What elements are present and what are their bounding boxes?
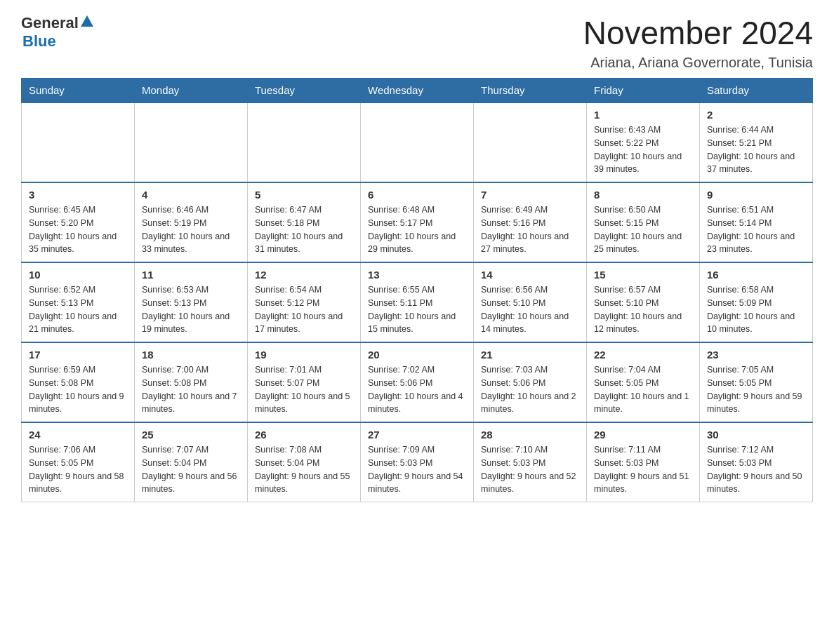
week-row-4: 17Sunrise: 6:59 AM Sunset: 5:08 PM Dayli… xyxy=(22,342,813,422)
day-info: Sunrise: 6:50 AM Sunset: 5:15 PM Dayligh… xyxy=(594,203,692,256)
logo-general-text: General xyxy=(21,14,79,32)
day-info: Sunrise: 6:48 AM Sunset: 5:17 PM Dayligh… xyxy=(368,203,466,256)
cell-week1-day5 xyxy=(474,102,587,182)
cell-week4-day6: 22Sunrise: 7:04 AM Sunset: 5:05 PM Dayli… xyxy=(587,342,700,422)
day-number: 9 xyxy=(707,189,805,201)
logo-line1: General xyxy=(21,14,93,32)
logo-blue-text: Blue xyxy=(22,32,56,51)
day-number: 23 xyxy=(707,349,805,361)
day-info: Sunrise: 7:01 AM Sunset: 5:07 PM Dayligh… xyxy=(255,363,353,416)
cell-week1-day6: 1Sunrise: 6:43 AM Sunset: 5:22 PM Daylig… xyxy=(587,102,700,182)
day-info: Sunrise: 6:59 AM Sunset: 5:08 PM Dayligh… xyxy=(29,363,127,416)
cell-week2-day1: 3Sunrise: 6:45 AM Sunset: 5:20 PM Daylig… xyxy=(22,182,135,262)
day-info: Sunrise: 6:43 AM Sunset: 5:22 PM Dayligh… xyxy=(594,123,692,176)
cell-week5-day3: 26Sunrise: 7:08 AM Sunset: 5:04 PM Dayli… xyxy=(248,422,361,502)
col-monday: Monday xyxy=(135,79,248,103)
col-sunday: Sunday xyxy=(22,79,135,103)
day-number: 13 xyxy=(368,269,466,281)
day-info: Sunrise: 6:49 AM Sunset: 5:16 PM Dayligh… xyxy=(481,203,579,256)
col-wednesday: Wednesday xyxy=(361,79,474,103)
day-number: 11 xyxy=(142,269,240,281)
day-number: 1 xyxy=(594,109,692,121)
cell-week3-day7: 16Sunrise: 6:58 AM Sunset: 5:09 PM Dayli… xyxy=(700,262,813,342)
day-number: 16 xyxy=(707,269,805,281)
logo: General Blue xyxy=(21,14,93,51)
day-number: 10 xyxy=(29,269,127,281)
day-info: Sunrise: 7:08 AM Sunset: 5:04 PM Dayligh… xyxy=(255,443,353,496)
day-number: 27 xyxy=(368,429,466,441)
cell-week5-day2: 25Sunrise: 7:07 AM Sunset: 5:04 PM Dayli… xyxy=(135,422,248,502)
day-info: Sunrise: 7:00 AM Sunset: 5:08 PM Dayligh… xyxy=(142,363,240,416)
cell-week4-day2: 18Sunrise: 7:00 AM Sunset: 5:08 PM Dayli… xyxy=(135,342,248,422)
title-section: November 2024 Ariana, Ariana Governorate… xyxy=(583,14,813,71)
cell-week2-day4: 6Sunrise: 6:48 AM Sunset: 5:17 PM Daylig… xyxy=(361,182,474,262)
day-info: Sunrise: 7:09 AM Sunset: 5:03 PM Dayligh… xyxy=(368,443,466,496)
main-title: November 2024 xyxy=(583,14,813,52)
cell-week5-day1: 24Sunrise: 7:06 AM Sunset: 5:05 PM Dayli… xyxy=(22,422,135,502)
day-info: Sunrise: 7:10 AM Sunset: 5:03 PM Dayligh… xyxy=(481,443,579,496)
cell-week5-day6: 29Sunrise: 7:11 AM Sunset: 5:03 PM Dayli… xyxy=(587,422,700,502)
cell-week2-day6: 8Sunrise: 6:50 AM Sunset: 5:15 PM Daylig… xyxy=(587,182,700,262)
day-info: Sunrise: 7:05 AM Sunset: 5:05 PM Dayligh… xyxy=(707,363,805,416)
day-number: 29 xyxy=(594,429,692,441)
week-row-2: 3Sunrise: 6:45 AM Sunset: 5:20 PM Daylig… xyxy=(22,182,813,262)
day-info: Sunrise: 6:51 AM Sunset: 5:14 PM Dayligh… xyxy=(707,203,805,256)
day-number: 17 xyxy=(29,349,127,361)
day-number: 20 xyxy=(368,349,466,361)
cell-week3-day2: 11Sunrise: 6:53 AM Sunset: 5:13 PM Dayli… xyxy=(135,262,248,342)
day-number: 28 xyxy=(481,429,579,441)
day-number: 12 xyxy=(255,269,353,281)
day-info: Sunrise: 6:57 AM Sunset: 5:10 PM Dayligh… xyxy=(594,283,692,336)
col-thursday: Thursday xyxy=(474,79,587,103)
day-number: 25 xyxy=(142,429,240,441)
day-number: 30 xyxy=(707,429,805,441)
day-info: Sunrise: 6:52 AM Sunset: 5:13 PM Dayligh… xyxy=(29,283,127,336)
cell-week3-day3: 12Sunrise: 6:54 AM Sunset: 5:12 PM Dayli… xyxy=(248,262,361,342)
cell-week1-day1 xyxy=(22,102,135,182)
col-saturday: Saturday xyxy=(700,79,813,103)
day-number: 8 xyxy=(594,189,692,201)
day-number: 14 xyxy=(481,269,579,281)
cell-week2-day7: 9Sunrise: 6:51 AM Sunset: 5:14 PM Daylig… xyxy=(700,182,813,262)
page-header: General Blue November 2024 Ariana, Arian… xyxy=(21,14,813,71)
col-tuesday: Tuesday xyxy=(248,79,361,103)
cell-week4-day5: 21Sunrise: 7:03 AM Sunset: 5:06 PM Dayli… xyxy=(474,342,587,422)
day-number: 18 xyxy=(142,349,240,361)
cell-week3-day6: 15Sunrise: 6:57 AM Sunset: 5:10 PM Dayli… xyxy=(587,262,700,342)
day-number: 4 xyxy=(142,189,240,201)
day-info: Sunrise: 7:07 AM Sunset: 5:04 PM Dayligh… xyxy=(142,443,240,496)
day-number: 26 xyxy=(255,429,353,441)
day-number: 22 xyxy=(594,349,692,361)
day-info: Sunrise: 7:03 AM Sunset: 5:06 PM Dayligh… xyxy=(481,363,579,416)
day-info: Sunrise: 7:02 AM Sunset: 5:06 PM Dayligh… xyxy=(368,363,466,416)
day-number: 6 xyxy=(368,189,466,201)
cell-week3-day5: 14Sunrise: 6:56 AM Sunset: 5:10 PM Dayli… xyxy=(474,262,587,342)
day-info: Sunrise: 6:47 AM Sunset: 5:18 PM Dayligh… xyxy=(255,203,353,256)
cell-week3-day4: 13Sunrise: 6:55 AM Sunset: 5:11 PM Dayli… xyxy=(361,262,474,342)
calendar-header: Sunday Monday Tuesday Wednesday Thursday… xyxy=(22,79,813,103)
day-info: Sunrise: 6:56 AM Sunset: 5:10 PM Dayligh… xyxy=(481,283,579,336)
cell-week5-day7: 30Sunrise: 7:12 AM Sunset: 5:03 PM Dayli… xyxy=(700,422,813,502)
day-info: Sunrise: 7:12 AM Sunset: 5:03 PM Dayligh… xyxy=(707,443,805,496)
day-number: 3 xyxy=(29,189,127,201)
day-info: Sunrise: 7:04 AM Sunset: 5:05 PM Dayligh… xyxy=(594,363,692,416)
calendar-body: 1Sunrise: 6:43 AM Sunset: 5:22 PM Daylig… xyxy=(22,102,813,502)
cell-week5-day4: 27Sunrise: 7:09 AM Sunset: 5:03 PM Dayli… xyxy=(361,422,474,502)
day-number: 7 xyxy=(481,189,579,201)
day-number: 15 xyxy=(594,269,692,281)
header-row: Sunday Monday Tuesday Wednesday Thursday… xyxy=(22,79,813,103)
week-row-1: 1Sunrise: 6:43 AM Sunset: 5:22 PM Daylig… xyxy=(22,102,813,182)
day-info: Sunrise: 6:45 AM Sunset: 5:20 PM Dayligh… xyxy=(29,203,127,256)
week-row-3: 10Sunrise: 6:52 AM Sunset: 5:13 PM Dayli… xyxy=(22,262,813,342)
day-number: 21 xyxy=(481,349,579,361)
cell-week3-day1: 10Sunrise: 6:52 AM Sunset: 5:13 PM Dayli… xyxy=(22,262,135,342)
cell-week2-day5: 7Sunrise: 6:49 AM Sunset: 5:16 PM Daylig… xyxy=(474,182,587,262)
week-row-5: 24Sunrise: 7:06 AM Sunset: 5:05 PM Dayli… xyxy=(22,422,813,502)
day-info: Sunrise: 6:55 AM Sunset: 5:11 PM Dayligh… xyxy=(368,283,466,336)
cell-week1-day3 xyxy=(248,102,361,182)
cell-week1-day4 xyxy=(361,102,474,182)
day-number: 2 xyxy=(707,109,805,121)
calendar-table: Sunday Monday Tuesday Wednesday Thursday… xyxy=(21,78,813,502)
day-number: 19 xyxy=(255,349,353,361)
day-info: Sunrise: 7:11 AM Sunset: 5:03 PM Dayligh… xyxy=(594,443,692,496)
